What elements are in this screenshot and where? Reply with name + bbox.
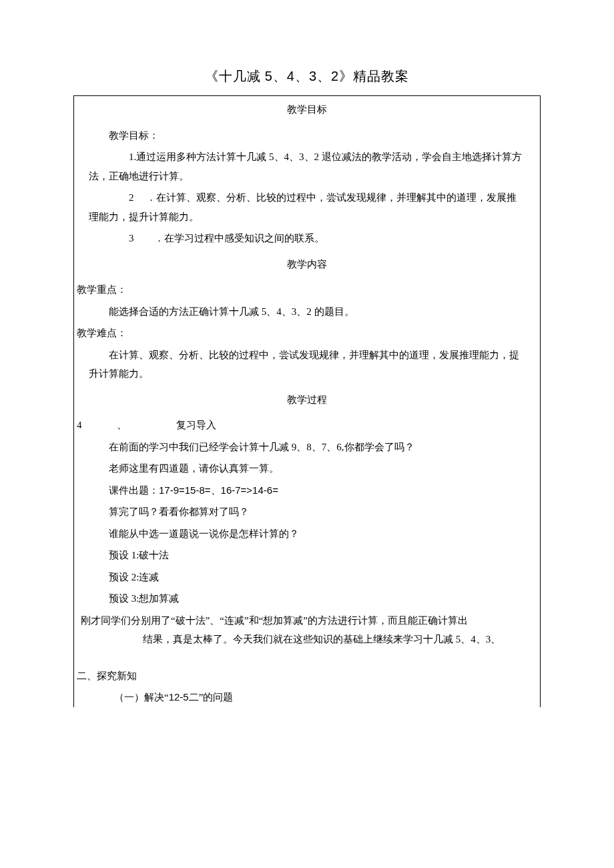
heading-goal: 教学目标 (74, 96, 540, 123)
review-p3-eq: 17-9=15-8=、16-7=>14-6= (159, 484, 278, 496)
goal-label: 教学目标： (74, 126, 540, 145)
review-p7: 预设 2:连减 (74, 568, 540, 587)
review-num: 4 (77, 416, 82, 435)
review-p2: 老师这里有四道题，请你认真算一算。 (74, 459, 540, 478)
heading-content: 教学内容 (74, 251, 540, 278)
review-conclusion: 刚才同学们分别用了“破十法”、“连减”和“想加算减”的方法进行计算，而且能正确计… (74, 611, 540, 649)
difficulty-text: 在计算、观察、分析、比较的过程中，尝试发现规律，并理解其中的道理，发展推理能力，… (74, 346, 540, 384)
content-frame: 教学目标 教学目标： 1.通过运用多种方法计算十几减 5、4、3、2 退位减法的… (73, 95, 541, 707)
explore-sub1-eq: 12-5 (169, 691, 189, 703)
review-label: 复习导入 (176, 420, 216, 430)
goal-item-1-num: 1. (109, 147, 136, 167)
review-p3: 课件出题：17-9=15-8=、16-7=>14-6= (74, 481, 540, 500)
goal-item-2-num: 2 (109, 188, 134, 207)
review-sep: 、 (117, 416, 127, 435)
review-conclusion-line2: 结果，真是太棒了。今天我们就在这些知识的基础上继续来学习十几减 5、4、3、 (81, 630, 525, 649)
title-digits: 5、4、3、2 (265, 69, 340, 83)
difficulty-label: 教学难点： (74, 324, 540, 343)
goal-item-3-text: ．在学习过程中感受知识之间的联系。 (154, 233, 324, 244)
explore-sub1-prefix: （一）解决“ (114, 692, 169, 703)
review-heading: 4、复习导入 (74, 416, 540, 435)
explore-heading: 二、探究新知 (74, 667, 540, 686)
goal-item-3: 3．在学习过程中感受知识之间的联系。 (74, 229, 540, 248)
goal-item-2: 2．在计算、观察、分析、比较的过程中，尝试发现规律，并理解其中的道理，发展推理能… (74, 188, 540, 226)
title-prefix: 《十几减 (205, 69, 265, 83)
review-p4: 算完了吗？看看你都算对了吗？ (74, 502, 540, 522)
review-conclusion-line1: 刚才同学们分别用了“破十法”、“连减”和“想加算减”的方法进行计算，而且能正确计… (81, 611, 525, 630)
focus-text: 能选择合适的方法正确计算十几减 5、4、3、2 的题目。 (74, 302, 540, 322)
goal-item-1-text: 通过运用多种方法计算十几减 5、4、3、2 退位减法的教学活动，学会自主地选择计… (89, 151, 522, 181)
heading-process: 教学过程 (74, 386, 540, 414)
focus-label: 教学重点： (74, 280, 540, 300)
review-p8: 预设 3:想加算减 (74, 589, 540, 608)
explore-sub1-suffix: 二”的问题 (189, 692, 234, 703)
review-p3-prefix: 课件出题： (109, 485, 159, 496)
blank-line (74, 652, 540, 664)
review-p6: 预设 1:破十法 (74, 546, 540, 565)
review-p5: 谁能从中选一道题说一说你是怎样计算的？ (74, 524, 540, 544)
page-title: 《十几减 5、4、3、2》精品教案 (73, 63, 541, 89)
goal-item-3-num: 3 (109, 229, 134, 248)
goal-item-1: 1.通过运用多种方法计算十几减 5、4、3、2 退位减法的教学活动，学会自主地选… (74, 147, 540, 185)
review-p1: 在前面的学习中我们已经学会计算十几减 9、8、7、6,你都学会了吗？ (74, 438, 540, 457)
goal-item-2-text: ．在计算、观察、分析、比较的过程中，尝试发现规律，并理解其中的道理，发展推理能力… (89, 192, 517, 222)
title-suffix: 》精品教案 (339, 69, 409, 83)
explore-sub1: （一）解决“12-5二”的问题 (74, 688, 540, 707)
